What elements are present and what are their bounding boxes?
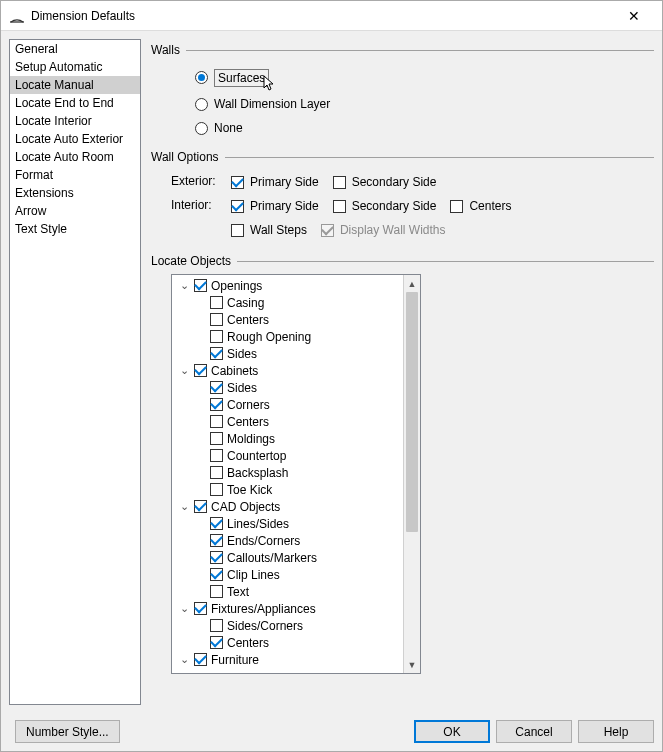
radio-surfaces[interactable]: Surfaces	[195, 67, 654, 88]
sidebar-item[interactable]: Locate Auto Exterior	[10, 130, 140, 148]
scroll-track[interactable]	[404, 532, 420, 656]
checkbox-icon[interactable]	[210, 568, 223, 581]
tree-row[interactable]: Backsplash	[172, 464, 403, 481]
tree-row[interactable]: Sides	[172, 379, 403, 396]
walls-header-label: Walls	[151, 43, 180, 57]
ok-button[interactable]: OK	[414, 720, 490, 743]
checkbox-icon[interactable]	[210, 313, 223, 326]
close-button[interactable]: ✕	[614, 2, 654, 30]
tree-row[interactable]: ⌄Openings	[172, 277, 403, 294]
tree-row[interactable]: Centers	[172, 413, 403, 430]
radio-wall-dimension-layer[interactable]: Wall Dimension Layer	[195, 96, 654, 112]
checkbox-icon[interactable]	[194, 364, 207, 377]
tree-row[interactable]: ⌄Cabinets	[172, 362, 403, 379]
expand-icon[interactable]: ⌄	[178, 602, 190, 615]
tree-row[interactable]: Lines/Sides	[172, 515, 403, 532]
tree-label: Toe Kick	[227, 483, 272, 497]
checkbox-icon[interactable]	[194, 653, 207, 666]
scroll-up-icon[interactable]: ▲	[404, 275, 420, 292]
check-wall-steps[interactable]: Wall Steps	[231, 222, 307, 238]
check-exterior-primary[interactable]: Primary Side	[231, 174, 319, 190]
main-panel: Walls Surfaces Wall Dimension Layer	[151, 39, 654, 705]
locate-objects-header-label: Locate Objects	[151, 254, 231, 268]
sidebar-item[interactable]: Locate Interior	[10, 112, 140, 130]
checkbox-icon[interactable]	[210, 534, 223, 547]
tree-row[interactable]: ⌄Fixtures/Appliances	[172, 600, 403, 617]
check-label: Primary Side	[250, 198, 319, 214]
expand-icon[interactable]: ⌄	[178, 653, 190, 666]
checkbox-icon[interactable]	[210, 330, 223, 343]
sidebar-item[interactable]: Text Style	[10, 220, 140, 238]
checkbox-icon	[231, 200, 244, 213]
number-style-button[interactable]: Number Style...	[15, 720, 120, 743]
check-exterior-secondary[interactable]: Secondary Side	[333, 174, 437, 190]
checkbox-icon[interactable]	[210, 636, 223, 649]
checkbox-icon[interactable]	[210, 466, 223, 479]
tree-row[interactable]: Centers	[172, 311, 403, 328]
radio-none[interactable]: None	[195, 120, 654, 136]
sidebar-item[interactable]: Arrow	[10, 202, 140, 220]
expand-icon[interactable]: ⌄	[178, 364, 190, 377]
checkbox-icon[interactable]	[210, 483, 223, 496]
tree-row[interactable]: Countertop	[172, 447, 403, 464]
scroll-thumb[interactable]	[406, 292, 418, 532]
divider	[225, 157, 654, 158]
tree-row[interactable]: Rough Opening	[172, 328, 403, 345]
checkbox-icon[interactable]	[210, 619, 223, 632]
cancel-button[interactable]: Cancel	[496, 720, 572, 743]
checkbox-icon[interactable]	[194, 602, 207, 615]
expand-icon[interactable]: ⌄	[178, 279, 190, 292]
locate-objects-tree[interactable]: ⌄OpeningsCasingCentersRough OpeningSides…	[171, 274, 421, 674]
tree-row[interactable]: Ends/Corners	[172, 532, 403, 549]
checkbox-icon[interactable]	[210, 432, 223, 445]
category-list[interactable]: GeneralSetup AutomaticLocate ManualLocat…	[9, 39, 141, 705]
tree-row[interactable]: Callouts/Markers	[172, 549, 403, 566]
tree-row[interactable]: Casing	[172, 294, 403, 311]
sidebar-item[interactable]: Format	[10, 166, 140, 184]
help-button[interactable]: Help	[578, 720, 654, 743]
checkbox-icon[interactable]	[210, 415, 223, 428]
check-interior-primary[interactable]: Primary Side	[231, 198, 319, 214]
check-label: Wall Steps	[250, 222, 307, 238]
scroll-down-icon[interactable]: ▼	[404, 656, 420, 673]
sidebar-item[interactable]: Locate End to End	[10, 94, 140, 112]
tree-row[interactable]: Clip Lines	[172, 566, 403, 583]
tree-label: Centers	[227, 415, 269, 429]
checkbox-icon	[321, 224, 334, 237]
checkbox-icon[interactable]	[210, 449, 223, 462]
tree-row[interactable]: Sides/Corners	[172, 617, 403, 634]
checkbox-icon[interactable]	[210, 551, 223, 564]
check-interior-centers[interactable]: Centers	[450, 198, 511, 214]
sidebar-item[interactable]: Locate Auto Room	[10, 148, 140, 166]
tree-row[interactable]: ⌄Furniture	[172, 651, 403, 668]
tree-row[interactable]: Text	[172, 583, 403, 600]
tree-row[interactable]: Sides	[172, 345, 403, 362]
radio-label: Wall Dimension Layer	[214, 96, 330, 112]
checkbox-icon[interactable]	[210, 585, 223, 598]
checkbox-icon[interactable]	[210, 296, 223, 309]
wall-options-header: Wall Options	[151, 150, 654, 164]
checkbox-icon[interactable]	[210, 347, 223, 360]
sidebar-item[interactable]: Locate Manual	[10, 76, 140, 94]
expand-icon[interactable]: ⌄	[178, 500, 190, 513]
scrollbar[interactable]: ▲ ▼	[403, 275, 420, 673]
sidebar-item[interactable]: General	[10, 40, 140, 58]
tree-row[interactable]: ⌄CAD Objects	[172, 498, 403, 515]
sidebar-item[interactable]: Setup Automatic	[10, 58, 140, 76]
tree-row[interactable]: Toe Kick	[172, 481, 403, 498]
sidebar-item[interactable]: Extensions	[10, 184, 140, 202]
check-interior-secondary[interactable]: Secondary Side	[333, 198, 437, 214]
checkbox-icon[interactable]	[210, 517, 223, 530]
tree-label: Furniture	[211, 653, 259, 667]
tree-row[interactable]: Corners	[172, 396, 403, 413]
tree-row[interactable]: Moldings	[172, 430, 403, 447]
tree-label: Sides/Corners	[227, 619, 303, 633]
checkbox-icon[interactable]	[210, 381, 223, 394]
checkbox-icon[interactable]	[210, 398, 223, 411]
checkbox-icon[interactable]	[194, 279, 207, 292]
checkbox-icon[interactable]	[194, 500, 207, 513]
tree-label: Clip Lines	[227, 568, 280, 582]
tree-row[interactable]: Centers	[172, 634, 403, 651]
checkbox-icon	[450, 200, 463, 213]
radio-icon	[195, 71, 208, 84]
